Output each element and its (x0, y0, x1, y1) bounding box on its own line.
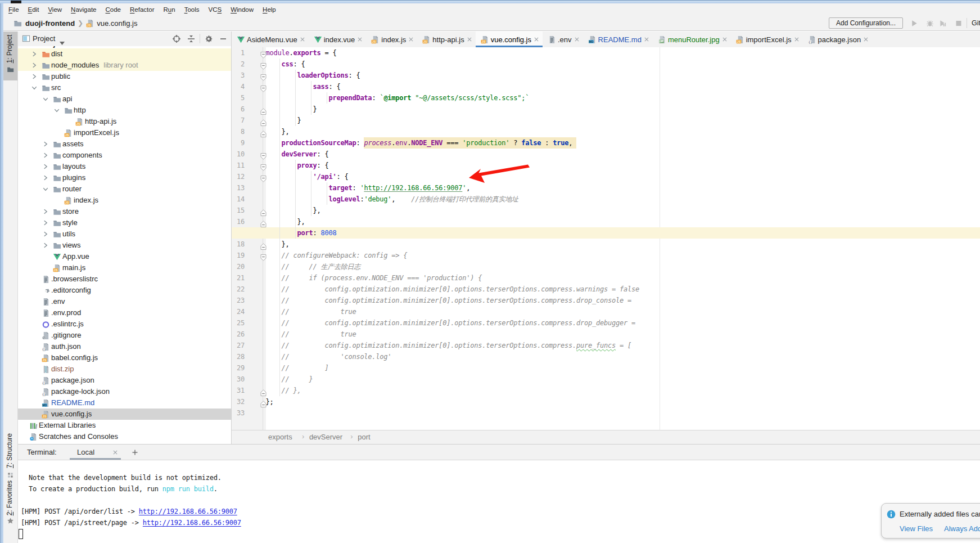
tree-item-plugins[interactable]: plugins (18, 172, 231, 183)
menu-refactor[interactable]: Refactor (125, 3, 159, 16)
chevron-right-icon[interactable] (31, 62, 38, 69)
editor-body[interactable]: 1234567891011121314151617181920212223242… (232, 47, 980, 430)
chevron-right-icon[interactable] (31, 73, 38, 80)
fold-collapse-icon[interactable] (260, 162, 267, 173)
fold-end-icon[interactable] (260, 128, 267, 140)
tree-item-components[interactable]: components (18, 150, 231, 161)
tree-item--browserslistrc[interactable]: .browserslistrc (18, 273, 231, 285)
sidebar-tab-favorites-label[interactable]: 2: Favorites (6, 478, 13, 518)
chevron-down-icon[interactable] (42, 96, 49, 102)
tree-item-views[interactable]: views (18, 240, 231, 251)
fold-end-icon[interactable] (260, 106, 267, 117)
chevron-right-icon[interactable] (42, 219, 49, 226)
tree-item-auth-json[interactable]: {}auth.json (18, 341, 231, 352)
fold-collapse-icon[interactable] (260, 50, 267, 61)
menu-window[interactable]: Window (226, 3, 258, 16)
terminal-output[interactable]: Note that the development build is not o… (18, 461, 980, 543)
fold-collapse-icon[interactable] (260, 83, 267, 95)
close-icon[interactable] (467, 37, 472, 42)
tree-item-scratches-and-consoles[interactable]: Scratches and Consoles (18, 431, 231, 442)
editor-tab-readme-md[interactable]: MDREADME.md (583, 32, 653, 47)
menu-code[interactable]: Code (101, 3, 126, 16)
tree-item--env[interactable]: .env (18, 296, 231, 307)
menu-navigate[interactable]: Navigate (66, 3, 101, 16)
close-icon[interactable] (644, 37, 649, 42)
tree-item-app-vue[interactable]: App.vue (18, 251, 231, 262)
close-icon[interactable] (863, 37, 869, 42)
chevron-down-icon[interactable] (53, 107, 60, 114)
tree-item-external-libraries[interactable]: External Libraries (18, 420, 231, 431)
chevron-right-icon[interactable] (42, 242, 49, 249)
tree-item-dist-zip[interactable]: dist.zip (18, 364, 231, 375)
close-icon[interactable] (357, 37, 363, 42)
close-icon[interactable] (408, 37, 414, 42)
tree-item-babel-config-js[interactable]: JSbabel.config.js (18, 352, 231, 364)
close-icon[interactable] (794, 37, 800, 42)
git-widget-label[interactable]: Git: (972, 19, 980, 27)
tree-item-http-api-js[interactable]: JShttp-api.js (18, 116, 231, 127)
close-icon[interactable] (534, 37, 539, 42)
tree-item-package-json[interactable]: {}package.json (18, 375, 231, 386)
breadcrumb-devServer[interactable]: devServer (309, 433, 342, 441)
coverage-icon[interactable] (938, 19, 947, 28)
editor-tab-http-api-js[interactable]: JShttp-api.js (417, 32, 475, 47)
tree-item--env-prod[interactable]: .env.prod (18, 307, 231, 318)
tree-item-assets[interactable]: assets (18, 138, 231, 150)
tree-item-vue-config-js[interactable]: JSvue.config.js (18, 409, 231, 420)
tree-item-style[interactable]: style (18, 217, 231, 228)
fold-collapse-icon[interactable] (260, 252, 267, 263)
tree-item-layouts[interactable]: layouts (18, 161, 231, 172)
fold-collapse-icon[interactable] (260, 72, 267, 83)
tree-item-public[interactable]: public (18, 71, 231, 82)
chevron-right-icon[interactable] (42, 208, 49, 215)
fold-collapse-icon[interactable] (260, 173, 267, 185)
notification-action-always-add[interactable]: Always Add (944, 524, 980, 533)
breadcrumb-project[interactable]: duoji-frontend (25, 19, 75, 28)
fold-end-icon[interactable] (260, 398, 267, 410)
tree-item-api[interactable]: api (18, 93, 231, 105)
add-configuration-button[interactable]: Add Configuration... (829, 17, 903, 29)
fold-end-icon[interactable] (260, 207, 267, 218)
tree-item--editorconfig[interactable]: .editorconfig (18, 285, 231, 296)
menu-view[interactable]: View (43, 3, 66, 16)
breadcrumb-port[interactable]: port (358, 433, 370, 441)
fold-end-icon[interactable] (260, 387, 267, 398)
collapse-all-icon[interactable] (187, 34, 196, 43)
tree-item-src[interactable]: src (18, 82, 231, 93)
tree-item-package-lock-json[interactable]: {}package-lock.json (18, 386, 231, 397)
gear-icon[interactable] (204, 34, 213, 43)
close-icon[interactable] (112, 450, 118, 455)
chevron-right-icon[interactable] (42, 152, 49, 159)
tree-item-store[interactable]: store (18, 206, 231, 217)
close-icon[interactable] (300, 37, 305, 42)
tree-item-http[interactable]: http (18, 105, 231, 116)
tree-item-utils[interactable]: utils (18, 228, 231, 240)
new-terminal-icon[interactable] (132, 449, 138, 456)
breadcrumb-exports[interactable]: exports (268, 433, 292, 441)
menu-tools[interactable]: Tools (180, 3, 204, 16)
tree-item-node-modules[interactable]: node_moduleslibrary root (18, 60, 231, 71)
run-icon[interactable] (910, 19, 919, 28)
terminal-tab-local[interactable]: Local (77, 448, 94, 456)
locate-icon[interactable] (172, 34, 181, 43)
menu-run[interactable]: Run (159, 3, 180, 16)
editor-tab-package-json[interactable]: {}package.json (803, 32, 873, 47)
tree-item-dist[interactable]: dist (18, 48, 231, 60)
tree-item-readme-md[interactable]: MDREADME.md (18, 397, 231, 409)
chevron-down-icon[interactable] (42, 186, 49, 192)
menu-file[interactable]: File (4, 3, 24, 16)
tree-item--gitignore[interactable]: .gitignore (18, 330, 231, 341)
editor-tab--env[interactable]: .env (543, 32, 583, 47)
chevron-right-icon[interactable] (42, 231, 49, 237)
chevron-right-icon[interactable] (42, 141, 49, 147)
editor-tab-vue-config-js[interactable]: JSvue.config.js (476, 32, 543, 47)
close-icon[interactable] (574, 37, 580, 42)
chevron-right-icon[interactable] (31, 51, 38, 57)
tree-item-importexcel-js[interactable]: JSimportExcel.js (18, 127, 231, 138)
fold-collapse-icon[interactable] (260, 151, 267, 162)
tree-item-index-js[interactable]: JSindex.js (18, 195, 231, 206)
editor-tab-importexcel-js[interactable]: JSimportExcel.js (731, 32, 803, 47)
editor-tab-index-js[interactable]: JSindex.js (366, 32, 417, 47)
project-panel-title[interactable]: Project (33, 34, 55, 43)
fold-collapse-icon[interactable] (260, 61, 267, 72)
